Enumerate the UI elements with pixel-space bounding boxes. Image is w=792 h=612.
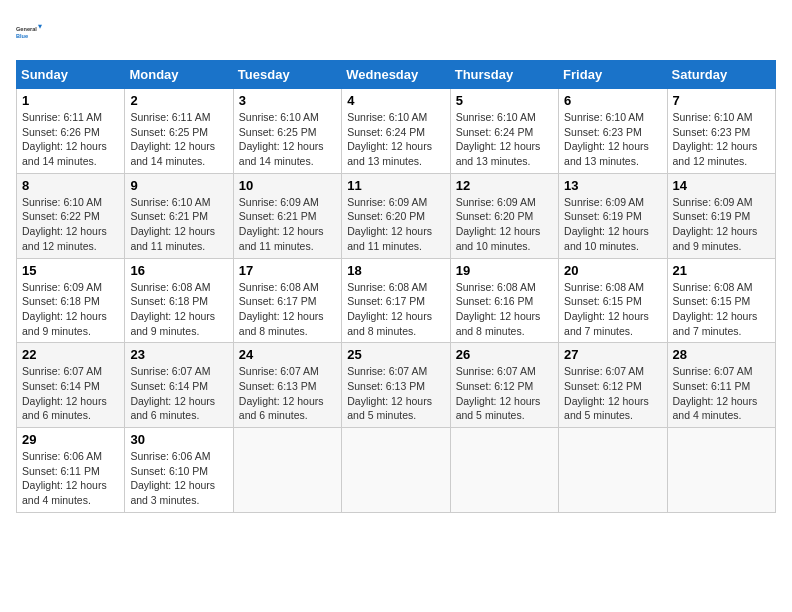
- logo-icon: GeneralBlue: [16, 16, 48, 48]
- calendar-cell: 5Sunrise: 6:10 AMSunset: 6:24 PMDaylight…: [450, 89, 558, 174]
- day-info: Sunrise: 6:08 AMSunset: 6:17 PMDaylight:…: [347, 280, 444, 339]
- day-info: Sunrise: 6:09 AMSunset: 6:19 PMDaylight:…: [564, 195, 661, 254]
- calendar-cell: 26Sunrise: 6:07 AMSunset: 6:12 PMDayligh…: [450, 343, 558, 428]
- day-number: 22: [22, 347, 119, 362]
- svg-marker-2: [38, 25, 42, 29]
- calendar-cell: 22Sunrise: 6:07 AMSunset: 6:14 PMDayligh…: [17, 343, 125, 428]
- calendar-week-5: 29Sunrise: 6:06 AMSunset: 6:11 PMDayligh…: [17, 428, 776, 513]
- day-number: 26: [456, 347, 553, 362]
- calendar-cell: 4Sunrise: 6:10 AMSunset: 6:24 PMDaylight…: [342, 89, 450, 174]
- calendar-cell: 12Sunrise: 6:09 AMSunset: 6:20 PMDayligh…: [450, 173, 558, 258]
- day-number: 4: [347, 93, 444, 108]
- day-number: 10: [239, 178, 336, 193]
- day-info: Sunrise: 6:06 AMSunset: 6:11 PMDaylight:…: [22, 449, 119, 508]
- day-number: 16: [130, 263, 227, 278]
- day-info: Sunrise: 6:10 AMSunset: 6:25 PMDaylight:…: [239, 110, 336, 169]
- day-number: 28: [673, 347, 770, 362]
- day-info: Sunrise: 6:06 AMSunset: 6:10 PMDaylight:…: [130, 449, 227, 508]
- day-number: 20: [564, 263, 661, 278]
- col-header-friday: Friday: [559, 61, 667, 89]
- calendar-cell: 7Sunrise: 6:10 AMSunset: 6:23 PMDaylight…: [667, 89, 775, 174]
- calendar-cell: 28Sunrise: 6:07 AMSunset: 6:11 PMDayligh…: [667, 343, 775, 428]
- col-header-tuesday: Tuesday: [233, 61, 341, 89]
- day-info: Sunrise: 6:07 AMSunset: 6:11 PMDaylight:…: [673, 364, 770, 423]
- day-number: 19: [456, 263, 553, 278]
- col-header-saturday: Saturday: [667, 61, 775, 89]
- calendar-cell: [450, 428, 558, 513]
- calendar-cell: 11Sunrise: 6:09 AMSunset: 6:20 PMDayligh…: [342, 173, 450, 258]
- calendar-week-1: 1Sunrise: 6:11 AMSunset: 6:26 PMDaylight…: [17, 89, 776, 174]
- day-info: Sunrise: 6:10 AMSunset: 6:24 PMDaylight:…: [347, 110, 444, 169]
- calendar-cell: 3Sunrise: 6:10 AMSunset: 6:25 PMDaylight…: [233, 89, 341, 174]
- day-number: 8: [22, 178, 119, 193]
- calendar-cell: [342, 428, 450, 513]
- day-info: Sunrise: 6:10 AMSunset: 6:23 PMDaylight:…: [564, 110, 661, 169]
- day-info: Sunrise: 6:08 AMSunset: 6:15 PMDaylight:…: [673, 280, 770, 339]
- day-number: 17: [239, 263, 336, 278]
- calendar-cell: 14Sunrise: 6:09 AMSunset: 6:19 PMDayligh…: [667, 173, 775, 258]
- calendar-cell: 21Sunrise: 6:08 AMSunset: 6:15 PMDayligh…: [667, 258, 775, 343]
- day-number: 5: [456, 93, 553, 108]
- calendar-cell: 30Sunrise: 6:06 AMSunset: 6:10 PMDayligh…: [125, 428, 233, 513]
- calendar-cell: [559, 428, 667, 513]
- day-number: 15: [22, 263, 119, 278]
- calendar-cell: 1Sunrise: 6:11 AMSunset: 6:26 PMDaylight…: [17, 89, 125, 174]
- svg-text:Blue: Blue: [16, 33, 28, 39]
- day-number: 2: [130, 93, 227, 108]
- day-number: 7: [673, 93, 770, 108]
- day-number: 1: [22, 93, 119, 108]
- day-number: 21: [673, 263, 770, 278]
- day-info: Sunrise: 6:07 AMSunset: 6:12 PMDaylight:…: [564, 364, 661, 423]
- day-info: Sunrise: 6:07 AMSunset: 6:13 PMDaylight:…: [239, 364, 336, 423]
- day-number: 3: [239, 93, 336, 108]
- calendar-cell: 20Sunrise: 6:08 AMSunset: 6:15 PMDayligh…: [559, 258, 667, 343]
- calendar-cell: 29Sunrise: 6:06 AMSunset: 6:11 PMDayligh…: [17, 428, 125, 513]
- day-number: 6: [564, 93, 661, 108]
- day-info: Sunrise: 6:10 AMSunset: 6:23 PMDaylight:…: [673, 110, 770, 169]
- day-info: Sunrise: 6:11 AMSunset: 6:26 PMDaylight:…: [22, 110, 119, 169]
- day-number: 11: [347, 178, 444, 193]
- day-info: Sunrise: 6:08 AMSunset: 6:15 PMDaylight:…: [564, 280, 661, 339]
- day-info: Sunrise: 6:10 AMSunset: 6:21 PMDaylight:…: [130, 195, 227, 254]
- day-info: Sunrise: 6:10 AMSunset: 6:24 PMDaylight:…: [456, 110, 553, 169]
- day-number: 9: [130, 178, 227, 193]
- day-number: 27: [564, 347, 661, 362]
- day-number: 25: [347, 347, 444, 362]
- day-info: Sunrise: 6:09 AMSunset: 6:19 PMDaylight:…: [673, 195, 770, 254]
- calendar-cell: 8Sunrise: 6:10 AMSunset: 6:22 PMDaylight…: [17, 173, 125, 258]
- day-number: 30: [130, 432, 227, 447]
- day-info: Sunrise: 6:07 AMSunset: 6:13 PMDaylight:…: [347, 364, 444, 423]
- calendar-cell: 27Sunrise: 6:07 AMSunset: 6:12 PMDayligh…: [559, 343, 667, 428]
- calendar-cell: 13Sunrise: 6:09 AMSunset: 6:19 PMDayligh…: [559, 173, 667, 258]
- col-header-monday: Monday: [125, 61, 233, 89]
- day-number: 23: [130, 347, 227, 362]
- day-info: Sunrise: 6:07 AMSunset: 6:14 PMDaylight:…: [130, 364, 227, 423]
- calendar-cell: 16Sunrise: 6:08 AMSunset: 6:18 PMDayligh…: [125, 258, 233, 343]
- day-number: 14: [673, 178, 770, 193]
- day-info: Sunrise: 6:09 AMSunset: 6:20 PMDaylight:…: [347, 195, 444, 254]
- col-header-wednesday: Wednesday: [342, 61, 450, 89]
- calendar-cell: 17Sunrise: 6:08 AMSunset: 6:17 PMDayligh…: [233, 258, 341, 343]
- day-info: Sunrise: 6:09 AMSunset: 6:21 PMDaylight:…: [239, 195, 336, 254]
- calendar-header: SundayMondayTuesdayWednesdayThursdayFrid…: [17, 61, 776, 89]
- day-number: 13: [564, 178, 661, 193]
- calendar-cell: [667, 428, 775, 513]
- logo: GeneralBlue: [16, 16, 48, 48]
- day-number: 29: [22, 432, 119, 447]
- day-info: Sunrise: 6:08 AMSunset: 6:16 PMDaylight:…: [456, 280, 553, 339]
- svg-text:General: General: [16, 26, 37, 32]
- day-info: Sunrise: 6:07 AMSunset: 6:14 PMDaylight:…: [22, 364, 119, 423]
- calendar-week-3: 15Sunrise: 6:09 AMSunset: 6:18 PMDayligh…: [17, 258, 776, 343]
- calendar-cell: [233, 428, 341, 513]
- page-header: GeneralBlue: [16, 16, 776, 48]
- calendar-cell: 2Sunrise: 6:11 AMSunset: 6:25 PMDaylight…: [125, 89, 233, 174]
- day-number: 18: [347, 263, 444, 278]
- day-info: Sunrise: 6:07 AMSunset: 6:12 PMDaylight:…: [456, 364, 553, 423]
- calendar-week-4: 22Sunrise: 6:07 AMSunset: 6:14 PMDayligh…: [17, 343, 776, 428]
- col-header-sunday: Sunday: [17, 61, 125, 89]
- calendar-cell: 23Sunrise: 6:07 AMSunset: 6:14 PMDayligh…: [125, 343, 233, 428]
- calendar-cell: 10Sunrise: 6:09 AMSunset: 6:21 PMDayligh…: [233, 173, 341, 258]
- calendar-cell: 9Sunrise: 6:10 AMSunset: 6:21 PMDaylight…: [125, 173, 233, 258]
- calendar-week-2: 8Sunrise: 6:10 AMSunset: 6:22 PMDaylight…: [17, 173, 776, 258]
- calendar-cell: 24Sunrise: 6:07 AMSunset: 6:13 PMDayligh…: [233, 343, 341, 428]
